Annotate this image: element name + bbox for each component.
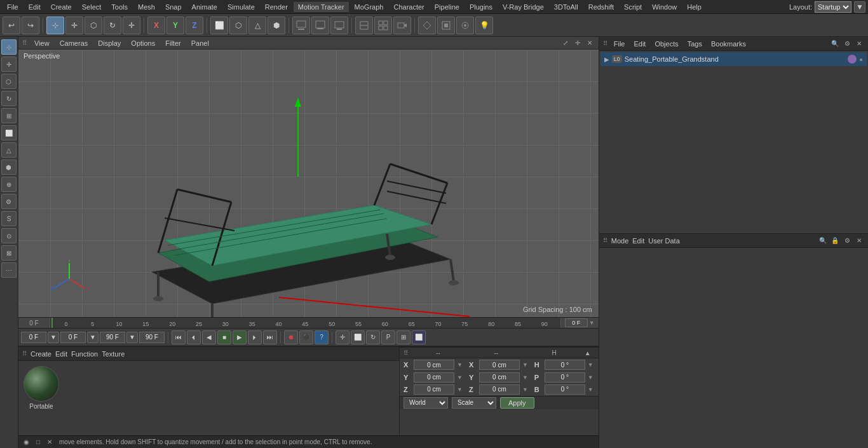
obj-item-seating[interactable]: ▶ L0 Seating_Portable_Grandstand ● [600,52,867,66]
light-btn[interactable]: 💡 [475,17,493,34]
menu-snap[interactable]: Snap [161,2,186,12]
pb-cross[interactable]: ✛ [336,330,349,344]
obj-expand-icon[interactable]: ▶ [604,56,609,63]
sidebar-move[interactable]: ✛ [1,57,17,72]
sidebar-tool5[interactable]: ⊞ [1,108,17,123]
viewport-shading[interactable] [355,17,373,34]
scale-tool[interactable]: ⬡ [85,17,102,34]
viewport-grip-icon[interactable]: ⠿ [22,39,27,46]
viewport-menu-cameras[interactable]: Cameras [57,39,91,48]
menu-simulate[interactable]: Simulate [223,2,259,12]
coord-grip[interactable]: ⠿ [403,350,408,356]
y-axis-btn[interactable]: Y [166,17,184,34]
pb-grid[interactable]: ⊞ [397,330,410,344]
cursor-tool[interactable]: ⊹ [46,17,64,34]
menu-motion-tracker[interactable]: Motion Tracker [294,2,349,12]
playback-end-frame[interactable] [100,332,125,343]
attr-close-icon[interactable]: ✕ [854,236,864,246]
pb-stop[interactable]: ■ [217,330,231,344]
obj-menu-bookmarks[interactable]: Bookmarks [709,39,749,48]
menu-animate[interactable]: Animate [187,2,222,12]
coord-y2-arrow[interactable]: ▼ [521,374,529,381]
pb-box[interactable]: ⬜ [351,330,365,344]
camera-btn[interactable] [393,17,411,34]
obj-vis-dot[interactable]: ● [859,56,863,63]
menu-render[interactable]: Render [261,2,292,12]
mat-menu-texture[interactable]: Texture [102,350,125,358]
z-axis-btn[interactable]: Z [186,17,203,34]
mat-menu-edit[interactable]: Edit [55,350,67,358]
pb-p[interactable]: P [381,330,395,344]
object-mode[interactable] [418,17,436,34]
obj-grip[interactable]: ⠿ [603,40,607,47]
coord-z-pos[interactable] [414,384,454,395]
coord-x-pos[interactable] [414,360,454,370]
coord-p-arrow[interactable]: ▼ [587,374,595,381]
pb-render-icon[interactable]: ⬜ [412,330,426,344]
menu-file[interactable]: File [3,2,23,12]
cube-tool[interactable]: ⬜ [210,17,228,34]
layout-select[interactable]: Startup [815,1,851,13]
pb-arrow-down[interactable]: ▼ [48,332,59,343]
coord-x2-arrow[interactable]: ▼ [521,362,529,368]
sidebar-rotate[interactable]: ↻ [1,91,17,106]
obj-menu-file[interactable]: File [611,39,628,48]
sidebar-tool13[interactable]: ⊠ [1,245,17,261]
status-icon-2[interactable]: □ [34,438,43,447]
viewport-menu-panel[interactable]: Panel [189,39,212,48]
select-mode[interactable] [437,17,455,34]
mat-grip[interactable]: ⠿ [22,350,27,357]
attr-search-icon[interactable]: 🔍 [818,236,828,246]
coord-x-size[interactable] [479,360,520,370]
cone-tool[interactable]: ⬢ [268,17,285,34]
sidebar-cursor[interactable]: ⊹ [1,39,17,55]
pb-arrow-down2[interactable]: ▼ [87,332,98,343]
menu-help[interactable]: Help [682,2,706,12]
coord-y-pos[interactable] [414,372,454,383]
pb-step-forward[interactable]: ⏵ [248,330,262,344]
transform-tool[interactable]: ✛ [123,17,140,34]
pb-step-back[interactable]: ⏴ [187,330,201,344]
menu-plugins[interactable]: Plugins [465,2,497,12]
move-tool[interactable]: ✛ [65,17,83,34]
coord-z2-arrow[interactable]: ▼ [521,386,529,393]
sidebar-tool10[interactable]: ⚙ [1,194,17,209]
viewport-canvas[interactable]: Perspective [18,50,599,317]
pb-question[interactable]: ? [315,330,329,344]
timeline-frame-input[interactable] [565,318,588,327]
menu-character[interactable]: Character [389,2,428,12]
menu-edit[interactable]: Edit [24,2,45,12]
coord-b-arrow[interactable]: ▼ [587,386,595,393]
render-region[interactable] [292,17,310,34]
coord-b-rot[interactable] [545,384,585,395]
pb-arrow-down3[interactable]: ▼ [126,332,138,343]
status-icon-3[interactable]: ✕ [45,438,54,447]
menu-tools[interactable]: Tools [107,2,132,12]
menu-window[interactable]: Window [648,2,681,12]
viewport-move-icon[interactable]: ✛ [573,38,583,48]
menu-3dtoall[interactable]: 3DToAll [550,2,583,12]
obj-close-icon[interactable]: ✕ [854,39,864,49]
pb-record[interactable]: ⏺ [284,330,298,344]
obj-search-icon[interactable]: 🔍 [830,39,840,49]
coord-h-arrow[interactable]: ▼ [587,362,595,368]
playback-current-frame[interactable] [60,332,86,343]
mat-menu-function[interactable]: Function [71,350,98,358]
menu-redshift[interactable]: Redshift [584,2,618,12]
viewport-close-icon[interactable]: ✕ [585,38,595,48]
attr-lock-icon[interactable]: 🔒 [830,236,840,246]
rotate-tool[interactable]: ↻ [104,17,121,34]
viewport-expand-icon[interactable]: ⤢ [560,38,571,48]
sphere-tool[interactable]: ⬡ [229,17,247,34]
x-axis-btn[interactable]: X [147,17,165,34]
sidebar-tool12[interactable]: ⊙ [1,228,17,243]
playback-start-frame[interactable] [21,332,46,343]
pb-auto-key[interactable]: ⚫ [299,330,313,344]
apply-button[interactable]: Apply [500,397,534,409]
sidebar-tool9[interactable]: ⊕ [1,177,17,192]
viewport-menu-display[interactable]: Display [95,39,123,48]
status-icon-1[interactable]: ◉ [22,438,31,447]
sidebar-tool8[interactable]: ⬢ [1,160,17,175]
world-dropdown[interactable]: World [403,397,448,409]
render-active[interactable] [330,17,348,34]
